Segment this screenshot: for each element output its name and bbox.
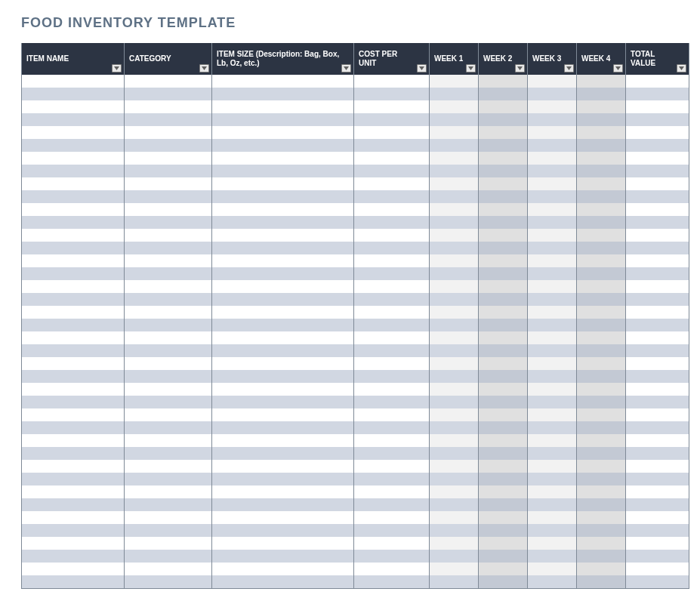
table-cell[interactable]: [528, 177, 577, 190]
table-cell[interactable]: [125, 293, 212, 306]
table-cell[interactable]: [479, 267, 528, 280]
table-cell[interactable]: [354, 229, 430, 242]
table-cell[interactable]: [212, 396, 354, 408]
table-cell[interactable]: [479, 357, 528, 370]
table-cell[interactable]: [577, 113, 626, 126]
table-cell[interactable]: [212, 203, 354, 216]
table-cell[interactable]: [528, 447, 577, 460]
table-cell[interactable]: [626, 126, 689, 139]
table-cell[interactable]: [626, 447, 689, 460]
table-cell[interactable]: [430, 306, 479, 319]
table-cell[interactable]: [528, 370, 577, 383]
table-cell[interactable]: [354, 473, 430, 485]
table-cell[interactable]: [212, 280, 354, 293]
table-cell[interactable]: [125, 383, 212, 396]
table-cell[interactable]: [430, 460, 479, 473]
table-cell[interactable]: [430, 242, 479, 254]
table-cell[interactable]: [22, 357, 125, 370]
table-cell[interactable]: [577, 75, 626, 88]
table-cell[interactable]: [577, 293, 626, 306]
table-cell[interactable]: [430, 280, 479, 293]
table-cell[interactable]: [125, 267, 212, 280]
table-cell[interactable]: [22, 293, 125, 306]
table-cell[interactable]: [354, 139, 430, 152]
table-cell[interactable]: [22, 126, 125, 139]
table-cell[interactable]: [626, 473, 689, 485]
table-cell[interactable]: [212, 537, 354, 550]
table-cell[interactable]: [125, 485, 212, 498]
table-cell[interactable]: [354, 357, 430, 370]
table-cell[interactable]: [528, 216, 577, 229]
table-cell[interactable]: [626, 396, 689, 408]
table-cell[interactable]: [212, 485, 354, 498]
table-cell[interactable]: [430, 473, 479, 485]
table-cell[interactable]: [626, 575, 689, 588]
table-cell[interactable]: [430, 267, 479, 280]
table-cell[interactable]: [22, 460, 125, 473]
table-cell[interactable]: [626, 229, 689, 242]
table-cell[interactable]: [479, 306, 528, 319]
table-cell[interactable]: [354, 126, 430, 139]
table-cell[interactable]: [212, 100, 354, 113]
table-cell[interactable]: [430, 344, 479, 357]
table-cell[interactable]: [212, 473, 354, 485]
table-cell[interactable]: [22, 177, 125, 190]
table-cell[interactable]: [430, 152, 479, 165]
table-cell[interactable]: [22, 306, 125, 319]
table-cell[interactable]: [528, 421, 577, 434]
table-cell[interactable]: [577, 319, 626, 331]
table-cell[interactable]: [22, 216, 125, 229]
table-cell[interactable]: [22, 254, 125, 267]
table-cell[interactable]: [125, 537, 212, 550]
table-cell[interactable]: [22, 152, 125, 165]
table-cell[interactable]: [479, 229, 528, 242]
table-cell[interactable]: [22, 242, 125, 254]
table-cell[interactable]: [626, 100, 689, 113]
table-cell[interactable]: [354, 113, 430, 126]
table-cell[interactable]: [125, 396, 212, 408]
table-cell[interactable]: [125, 242, 212, 254]
table-cell[interactable]: [212, 511, 354, 524]
table-cell[interactable]: [577, 537, 626, 550]
table-cell[interactable]: [354, 306, 430, 319]
table-cell[interactable]: [212, 88, 354, 100]
table-cell[interactable]: [479, 216, 528, 229]
table-cell[interactable]: [626, 408, 689, 421]
table-cell[interactable]: [354, 100, 430, 113]
table-cell[interactable]: [626, 383, 689, 396]
table-cell[interactable]: [528, 100, 577, 113]
table-cell[interactable]: [212, 229, 354, 242]
table-cell[interactable]: [212, 575, 354, 588]
table-cell[interactable]: [577, 139, 626, 152]
table-cell[interactable]: [577, 280, 626, 293]
table-cell[interactable]: [479, 447, 528, 460]
table-cell[interactable]: [212, 139, 354, 152]
table-cell[interactable]: [125, 498, 212, 511]
table-cell[interactable]: [479, 421, 528, 434]
table-cell[interactable]: [354, 460, 430, 473]
table-cell[interactable]: [354, 396, 430, 408]
table-cell[interactable]: [528, 254, 577, 267]
table-cell[interactable]: [626, 550, 689, 563]
table-cell[interactable]: [626, 139, 689, 152]
table-cell[interactable]: [577, 498, 626, 511]
table-cell[interactable]: [22, 524, 125, 537]
table-cell[interactable]: [22, 511, 125, 524]
table-cell[interactable]: [22, 370, 125, 383]
table-cell[interactable]: [125, 165, 212, 177]
table-cell[interactable]: [22, 344, 125, 357]
table-cell[interactable]: [430, 113, 479, 126]
table-cell[interactable]: [125, 177, 212, 190]
table-cell[interactable]: [577, 383, 626, 396]
table-cell[interactable]: [626, 344, 689, 357]
table-cell[interactable]: [212, 152, 354, 165]
table-cell[interactable]: [22, 113, 125, 126]
table-cell[interactable]: [528, 575, 577, 588]
table-cell[interactable]: [479, 113, 528, 126]
filter-dropdown-icon[interactable]: [199, 64, 209, 72]
table-cell[interactable]: [430, 357, 479, 370]
table-cell[interactable]: [626, 254, 689, 267]
table-cell[interactable]: [528, 485, 577, 498]
table-cell[interactable]: [354, 370, 430, 383]
table-cell[interactable]: [577, 524, 626, 537]
